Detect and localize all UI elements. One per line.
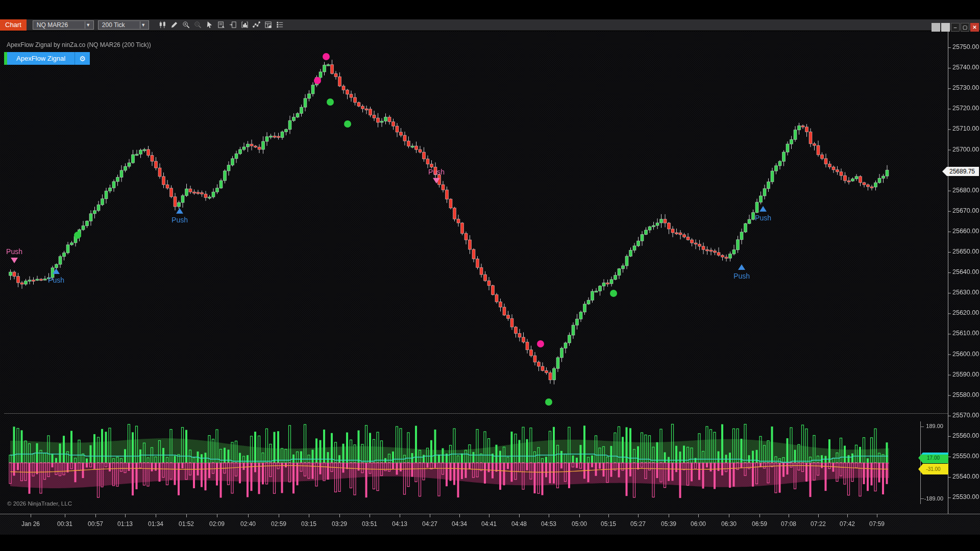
- time-tick-label: 01:13: [117, 520, 133, 528]
- price-tick-label: 25630.00: [952, 289, 979, 296]
- strategy-grid-icon[interactable]: [264, 20, 273, 30]
- price-tick-label: 25550.00: [952, 453, 979, 460]
- time-tick-label: 00:57: [88, 520, 103, 528]
- interval-value: 200 Tick: [102, 21, 137, 29]
- price-tick-label: 25750.00: [952, 43, 979, 51]
- price-tick-label: 25640.00: [952, 268, 979, 276]
- time-tick-label: 05:15: [601, 520, 616, 528]
- price-tick-label: 25680.00: [952, 187, 979, 194]
- time-tick-label: 05:00: [572, 520, 587, 528]
- maximize-button[interactable]: ▢: [961, 23, 969, 32]
- time-tick-label: 03:29: [332, 520, 347, 528]
- toolbar-icons: [158, 20, 285, 30]
- time-tick-label: 01:52: [179, 520, 194, 528]
- zoom-in-icon[interactable]: [182, 20, 191, 30]
- chart-toolbar: Chart NQ MAR26 ▼ 200 Tick ▼: [0, 19, 980, 31]
- price-tick-label: 25570.00: [952, 412, 979, 419]
- last-price-badge: 25689.75: [942, 167, 979, 176]
- price-tick-label: 25530.00: [952, 493, 979, 500]
- checklist-icon[interactable]: [276, 20, 285, 30]
- time-tick-label: 07:42: [840, 520, 855, 528]
- time-tick-label: 02:59: [271, 520, 286, 528]
- price-tick-label: 25600.00: [952, 350, 979, 358]
- apexflow-button-label: ApexFlow Zignal: [7, 52, 75, 65]
- time-tick-label: 02:40: [240, 520, 256, 528]
- minimize-button[interactable]: –: [951, 23, 960, 32]
- price-tick-label: 25580.00: [952, 391, 979, 398]
- price-tick-label: 25620.00: [952, 309, 979, 316]
- interval-select[interactable]: 200 Tick ▼: [98, 20, 149, 30]
- chevron-down-icon: ▼: [140, 21, 146, 29]
- price-tick-label: 25700.00: [952, 146, 979, 153]
- data-box-icon[interactable]: [217, 20, 226, 30]
- price-tick-label: 25740.00: [952, 64, 979, 71]
- price-tick-label: 25730.00: [952, 84, 979, 91]
- time-tick-label: Jan 26: [21, 520, 40, 528]
- chart-title: ApexFlow Zignal by ninZa.co (NQ MAR26 (2…: [7, 41, 151, 48]
- pin-window-button[interactable]: [932, 23, 940, 32]
- copyright-text: © 2026 NinjaTrader, LLC: [7, 500, 72, 507]
- flow-negative-badge: -31.00: [918, 464, 948, 474]
- time-tick-label: 03:51: [362, 520, 377, 528]
- chart-plot-area[interactable]: [0, 0, 980, 551]
- time-tick-label: 03:15: [301, 520, 316, 528]
- time-tick-label: 06:30: [721, 520, 737, 528]
- layout-window-button[interactable]: [941, 23, 950, 32]
- price-tick-label: 25660.00: [952, 228, 979, 235]
- price-tick-label: 25670.00: [952, 207, 979, 214]
- price-tick-label: 25710.00: [952, 125, 979, 132]
- candlestick-chart-icon[interactable]: [158, 20, 167, 30]
- time-tick-label: 07:59: [869, 520, 885, 528]
- price-tick-label: 25540.00: [952, 473, 979, 480]
- price-tick-label: 25610.00: [952, 330, 979, 337]
- gear-icon[interactable]: ⚙: [75, 52, 90, 65]
- time-tick-label: 05:39: [661, 520, 676, 528]
- time-tick-label: 04:53: [541, 520, 556, 528]
- price-tick-label: 25590.00: [952, 371, 979, 378]
- time-tick-label: 04:41: [481, 520, 497, 528]
- indicator-axis-min-label: -189.00: [923, 495, 943, 502]
- flow-positive-badge: 17.00: [918, 453, 948, 463]
- time-tick-label: 05:27: [630, 520, 646, 528]
- chart-tab[interactable]: Chart: [0, 19, 27, 31]
- time-tick-label: 04:13: [392, 520, 407, 528]
- close-button[interactable]: ✕: [970, 23, 979, 32]
- time-tick-label: 04:27: [422, 520, 437, 528]
- time-tick-label: 07:08: [781, 520, 796, 528]
- indicator-axis-max-label: 189.00: [923, 423, 943, 429]
- price-tick-label: 25650.00: [952, 248, 979, 255]
- time-tick-label: 06:00: [691, 520, 706, 528]
- indicator-chart-icon[interactable]: [240, 20, 250, 30]
- ninjatrader-chart-window: Chart NQ MAR26 ▼ 200 Tick ▼: [0, 0, 980, 551]
- line-nodes-icon[interactable]: [252, 20, 261, 30]
- cursor-icon[interactable]: [205, 20, 214, 30]
- chevron-down-icon: ▼: [85, 21, 91, 29]
- time-tick-label: 06:59: [752, 520, 767, 528]
- time-tick-label: 01:34: [148, 520, 163, 528]
- instrument-select[interactable]: NQ MAR26 ▼: [33, 20, 94, 30]
- pencil-icon[interactable]: [170, 20, 179, 30]
- price-tick-label: 25560.00: [952, 432, 979, 439]
- time-tick-label: 04:34: [452, 520, 467, 528]
- apexflow-indicator-button[interactable]: ApexFlow Zignal ⚙: [4, 52, 90, 65]
- time-tick-label: 07:22: [811, 520, 826, 528]
- window-controls: – ▢ ✕: [932, 23, 979, 32]
- time-tick-label: 00:31: [57, 520, 72, 528]
- time-tick-label: 02:09: [209, 520, 225, 528]
- time-tick-label: 04:48: [511, 520, 527, 528]
- zoom-out-icon[interactable]: [193, 20, 203, 30]
- panel-link-icon[interactable]: [229, 20, 238, 30]
- price-tick-label: 25720.00: [952, 105, 979, 112]
- instrument-value: NQ MAR26: [37, 21, 82, 29]
